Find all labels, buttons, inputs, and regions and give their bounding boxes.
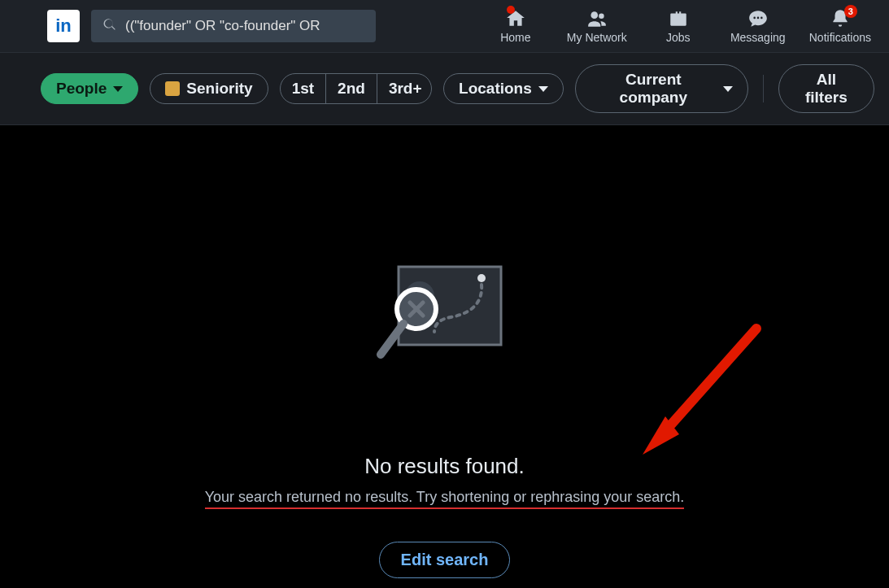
- svg-point-1: [599, 14, 604, 20]
- svg-point-3: [756, 17, 759, 20]
- empty-subtitle: Your search returned no results. Try sho…: [205, 489, 685, 509]
- people-icon: [586, 8, 608, 29]
- seniority-icon: [165, 81, 180, 96]
- filter-all-filters-label: All filters: [794, 71, 859, 107]
- filter-seniority[interactable]: Seniority: [150, 73, 268, 104]
- conn-2nd[interactable]: 2nd: [326, 74, 377, 103]
- filter-current-company[interactable]: Current company: [575, 64, 748, 113]
- search-icon: [102, 17, 117, 35]
- logo-text: in: [55, 15, 72, 37]
- notifications-badge: 3: [844, 5, 857, 18]
- connection-degree-group: 1st 2nd 3rd+: [280, 73, 432, 104]
- conn-1st[interactable]: 1st: [281, 74, 326, 103]
- edit-search-button[interactable]: Edit search: [379, 542, 511, 578]
- filter-separator: [763, 75, 764, 102]
- bell-icon: 3: [830, 8, 851, 29]
- filter-seniority-label: Seniority: [186, 80, 252, 98]
- caret-down-icon: [113, 86, 123, 92]
- edit-search-label: Edit search: [401, 551, 489, 568]
- svg-point-0: [590, 11, 598, 19]
- nav-jobs-label: Jobs: [666, 31, 691, 44]
- home-badge-dot: [507, 6, 515, 14]
- empty-title: No results found.: [364, 454, 525, 479]
- nav-messaging-label: Messaging: [730, 31, 786, 44]
- svg-point-6: [477, 274, 486, 282]
- search-results-empty: No results found. Your search returned n…: [0, 125, 889, 588]
- svg-point-2: [753, 17, 756, 20]
- nav-network[interactable]: My Network: [567, 8, 627, 44]
- chat-icon: [747, 8, 769, 29]
- search-input[interactable]: [125, 18, 364, 34]
- filter-current-company-label: Current company: [590, 71, 717, 107]
- nav-network-label: My Network: [567, 31, 627, 44]
- briefcase-icon: [668, 8, 689, 29]
- filter-people-label: People: [56, 80, 107, 98]
- annotation-arrow-icon: [634, 320, 773, 467]
- global-nav: in Home My Network Jobs: [0, 0, 889, 52]
- conn-3rd[interactable]: 3rd+: [377, 74, 432, 103]
- nav-home-label: Home: [500, 31, 530, 44]
- nav-notifications[interactable]: 3 Notifications: [809, 8, 871, 44]
- filter-locations-label: Locations: [459, 80, 532, 98]
- primary-nav: Home My Network Jobs Messaging 3: [487, 8, 871, 44]
- nav-home[interactable]: Home: [487, 8, 544, 44]
- nav-messaging[interactable]: Messaging: [730, 8, 787, 44]
- svg-marker-13: [643, 416, 679, 455]
- linkedin-logo[interactable]: in: [47, 10, 80, 42]
- no-results-illustration: [376, 264, 514, 372]
- nav-notifications-label: Notifications: [809, 31, 871, 44]
- filter-people[interactable]: People: [41, 73, 138, 104]
- filter-bar: People Seniority 1st 2nd 3rd+ Locations …: [0, 52, 889, 125]
- home-icon: [505, 8, 526, 29]
- filter-locations[interactable]: Locations: [443, 73, 564, 104]
- svg-point-4: [760, 17, 763, 20]
- filter-all-filters[interactable]: All filters: [778, 64, 874, 113]
- caret-down-icon: [723, 86, 733, 92]
- search-box[interactable]: [91, 10, 376, 42]
- caret-down-icon: [538, 86, 548, 92]
- svg-line-12: [659, 329, 756, 438]
- nav-jobs[interactable]: Jobs: [650, 8, 707, 44]
